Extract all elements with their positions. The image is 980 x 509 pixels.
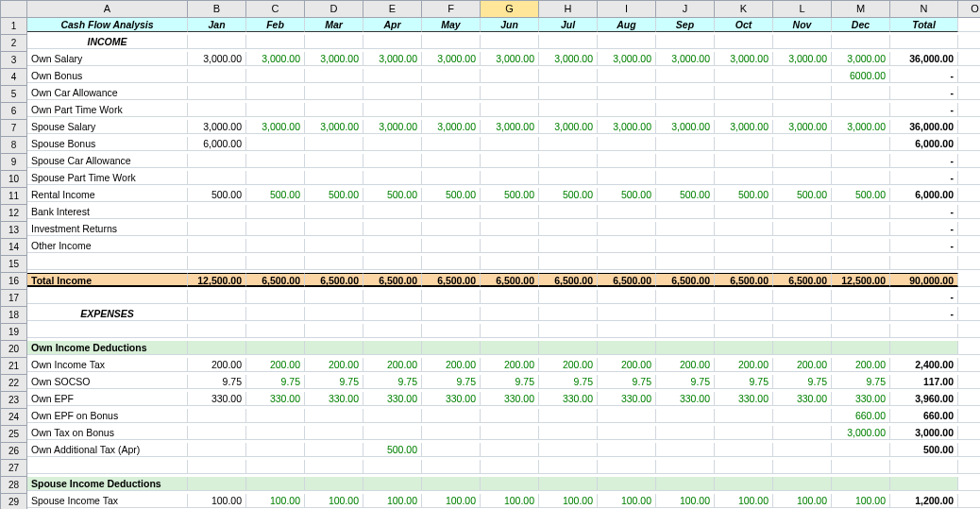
row-header-14[interactable]: 14: [1, 239, 27, 256]
cell-23-11[interactable]: 330.00: [832, 392, 890, 406]
total-income-7[interactable]: 6,500.00: [598, 273, 656, 287]
cell-12-3[interactable]: [363, 205, 422, 219]
col-header-M[interactable]: M: [832, 1, 890, 18]
cell-O17[interactable]: [958, 290, 980, 304]
cell-11-3[interactable]: 500.00: [363, 188, 422, 202]
cell-9-1[interactable]: [246, 154, 305, 168]
cell-17-1[interactable]: [188, 290, 246, 304]
row-total-5[interactable]: -: [890, 86, 958, 100]
cell-28-4[interactable]: [422, 477, 481, 491]
cell-18-9[interactable]: [715, 307, 773, 321]
cell-29-4[interactable]: 100.00: [422, 494, 481, 508]
cell-25-9[interactable]: [715, 426, 773, 440]
cell-O22[interactable]: [958, 375, 980, 389]
cell-5-6[interactable]: [539, 86, 598, 100]
cell-5-4[interactable]: [422, 86, 481, 100]
cell-13-6[interactable]: [539, 222, 598, 236]
row-header-20[interactable]: 20: [1, 341, 27, 358]
cell-27-10[interactable]: [715, 460, 773, 474]
cell-O25[interactable]: [958, 426, 980, 440]
row-total-25[interactable]: 3,000.00: [890, 426, 958, 440]
cell-2-5[interactable]: [481, 35, 539, 49]
cell-3-0[interactable]: 3,000.00: [188, 52, 246, 66]
row-header-7[interactable]: 7: [1, 120, 27, 137]
cell-6-9[interactable]: [715, 103, 773, 117]
cell-11-1[interactable]: 500.00: [246, 188, 305, 202]
cell-18-10[interactable]: [773, 307, 832, 321]
row-header-9[interactable]: 9: [1, 154, 27, 171]
cell-5-2[interactable]: [305, 86, 363, 100]
cell-18-7[interactable]: [598, 307, 656, 321]
row-label-23[interactable]: Own EPF: [27, 392, 188, 406]
total-income-1[interactable]: 6,500.00: [246, 273, 305, 287]
col-header-L[interactable]: L: [773, 1, 832, 18]
cell-26-9[interactable]: [715, 443, 773, 457]
cell-25-8[interactable]: [656, 426, 715, 440]
month-header-Apr[interactable]: Apr: [363, 18, 422, 32]
cell-15-8[interactable]: [598, 256, 656, 270]
cell-26-7[interactable]: [598, 443, 656, 457]
cell-20-5[interactable]: [481, 341, 539, 355]
cell-11-8[interactable]: 500.00: [656, 188, 715, 202]
cell-3-7[interactable]: 3,000.00: [598, 52, 656, 66]
cell-6-10[interactable]: [773, 103, 832, 117]
cell-6-2[interactable]: [305, 103, 363, 117]
cell-26-0[interactable]: [188, 443, 246, 457]
cell-28-3[interactable]: [363, 477, 422, 491]
cell-4-7[interactable]: [598, 69, 656, 83]
cell-O24[interactable]: [958, 409, 980, 423]
cell-9-2[interactable]: [305, 154, 363, 168]
cell-22-0[interactable]: 9.75: [188, 375, 246, 389]
col-header-O[interactable]: O: [958, 1, 980, 18]
row-total-8[interactable]: 6,000.00: [890, 137, 958, 151]
month-header-Feb[interactable]: Feb: [246, 18, 305, 32]
cell-27-4[interactable]: [363, 460, 422, 474]
cell-4-6[interactable]: [539, 69, 598, 83]
cell-20-0[interactable]: [188, 341, 246, 355]
cell-2-3[interactable]: [363, 35, 422, 49]
cell-7-4[interactable]: 3,000.00: [422, 120, 481, 134]
row-total-10[interactable]: -: [890, 171, 958, 185]
month-header-Aug[interactable]: Aug: [598, 18, 656, 32]
cell-24-1[interactable]: [246, 409, 305, 423]
row-header-19[interactable]: 19: [1, 324, 27, 341]
cell-13-10[interactable]: [773, 222, 832, 236]
cell-14-6[interactable]: [539, 239, 598, 253]
cell-13-3[interactable]: [363, 222, 422, 236]
cell-13-7[interactable]: [598, 222, 656, 236]
row-header-21[interactable]: 21: [1, 358, 27, 375]
cell-22-6[interactable]: 9.75: [539, 375, 598, 389]
cell-15-1[interactable]: [188, 256, 246, 270]
cell-17-t[interactable]: -: [890, 290, 958, 304]
cell-5-10[interactable]: [773, 86, 832, 100]
cell-15-2[interactable]: [246, 256, 305, 270]
row-label-13[interactable]: Investment Returns: [27, 222, 188, 236]
cell-6-11[interactable]: [832, 103, 890, 117]
cell-6-1[interactable]: [246, 103, 305, 117]
cell-10-4[interactable]: [422, 171, 481, 185]
cell-14-2[interactable]: [305, 239, 363, 253]
cell-24-6[interactable]: [539, 409, 598, 423]
cell-26-8[interactable]: [656, 443, 715, 457]
cell-14-7[interactable]: [598, 239, 656, 253]
cell-22-4[interactable]: 9.75: [422, 375, 481, 389]
cell-8-8[interactable]: [656, 137, 715, 151]
cell-6-7[interactable]: [598, 103, 656, 117]
cell-2-6[interactable]: [539, 35, 598, 49]
cell-15-10[interactable]: [715, 256, 773, 270]
cell-O10[interactable]: [958, 171, 980, 185]
month-header-Mar[interactable]: Mar: [305, 18, 363, 32]
cell-3-6[interactable]: 3,000.00: [539, 52, 598, 66]
month-header-Oct[interactable]: Oct: [715, 18, 773, 32]
cell-24-9[interactable]: [715, 409, 773, 423]
cell-29-6[interactable]: 100.00: [539, 494, 598, 508]
cell-4-11[interactable]: 6000.00: [832, 69, 890, 83]
cell-18-3[interactable]: [363, 307, 422, 321]
total-income-2[interactable]: 6,500.00: [305, 273, 363, 287]
cell-18-0[interactable]: [188, 307, 246, 321]
cell-O15[interactable]: [958, 256, 980, 270]
cell-19-11[interactable]: [773, 324, 832, 338]
total-income-5[interactable]: 6,500.00: [481, 273, 539, 287]
cell-13-2[interactable]: [305, 222, 363, 236]
cell-5-0[interactable]: [188, 86, 246, 100]
